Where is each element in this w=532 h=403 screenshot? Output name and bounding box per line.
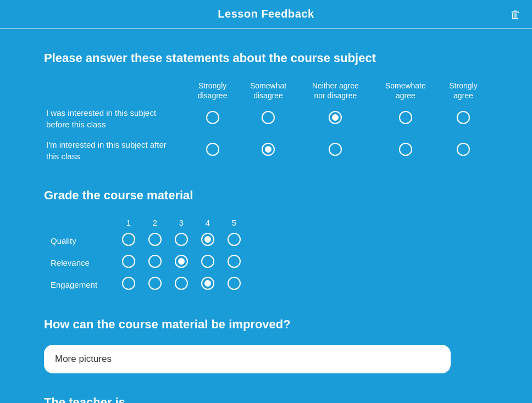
radio-engagement-2[interactable] [148,277,162,290]
col-strongly-agree: Stronglyagree [439,79,488,103]
col-somewhate-agree: Somewhateagree [373,79,439,103]
improvement-textarea-box [44,345,451,373]
col-neither: Neither agreenor disagree [298,79,373,103]
grade-col-4: 4 [195,216,221,230]
improvement-input[interactable] [55,354,440,365]
table-row: Relevance [44,251,247,273]
col-strongly-disagree: Stronglydisagree [187,79,238,103]
radio-quality-3[interactable] [175,233,188,246]
question-label-2: I'm interested in this subject after thi… [44,135,187,166]
table-row: I was interested in this subject before … [44,103,488,135]
grade-col-1: 1 [115,216,142,230]
table-row: Engagement [44,273,247,295]
subject-section-title: Please answer these statements about the… [44,51,488,65]
trash-icon[interactable]: 🗑 [510,8,521,20]
radio-q2-3[interactable] [329,143,342,156]
grade-section-title: Grade the course material [44,188,488,203]
app-header: Lesson Feedback 🗑 [0,0,532,29]
quality-label: Quality [44,230,115,251]
radio-quality-5[interactable] [228,233,241,246]
teacher-section: The teacher is ... Boring [44,395,488,403]
question-label-1: I was interested in this subject before … [44,103,187,135]
page-title: Lesson Feedback [218,8,314,20]
radio-quality-1[interactable] [122,233,135,246]
radio-q2-1[interactable] [206,143,219,156]
col-somewhat-disagree: Somewhatdisagree [238,79,298,103]
main-content: Please answer these statements about the… [0,29,532,403]
subject-section: Please answer these statements about the… [44,51,488,166]
teacher-section-title: The teacher is ... [44,395,488,403]
radio-engagement-4[interactable] [201,277,214,290]
grade-section: Grade the course material 1 2 3 4 5 Qual… [44,188,488,295]
radio-quality-4[interactable] [201,233,214,246]
grade-table: 1 2 3 4 5 Quality Relevance [44,216,247,295]
grade-col-2: 2 [142,216,168,230]
radio-engagement-1[interactable] [122,277,135,290]
radio-engagement-5[interactable] [228,277,241,290]
table-row: Quality [44,230,247,251]
grade-col-5: 5 [221,216,247,230]
grade-col-3: 3 [168,216,195,230]
radio-engagement-3[interactable] [175,277,188,290]
radio-q2-5[interactable] [457,143,470,156]
radio-q1-4[interactable] [399,111,412,124]
radio-relevance-4[interactable] [201,255,214,268]
radio-relevance-5[interactable] [228,255,241,268]
relevance-label: Relevance [44,251,115,273]
radio-q1-1[interactable] [206,111,219,124]
radio-quality-2[interactable] [148,233,162,246]
radio-q1-5[interactable] [457,111,470,124]
radio-relevance-2[interactable] [148,255,162,268]
radio-q1-2[interactable] [262,111,275,124]
improvement-section: How can the course material be improved? [44,317,488,373]
likert-table: Stronglydisagree Somewhatdisagree Neithe… [44,79,488,166]
radio-q2-4[interactable] [399,143,412,156]
engagement-label: Engagement [44,273,115,295]
radio-q1-3[interactable] [329,111,342,124]
radio-relevance-3[interactable] [175,255,188,268]
radio-q2-2[interactable] [262,143,275,156]
radio-relevance-1[interactable] [122,255,135,268]
improvement-section-title: How can the course material be improved? [44,317,488,332]
table-row: I'm interested in this subject after thi… [44,135,488,166]
